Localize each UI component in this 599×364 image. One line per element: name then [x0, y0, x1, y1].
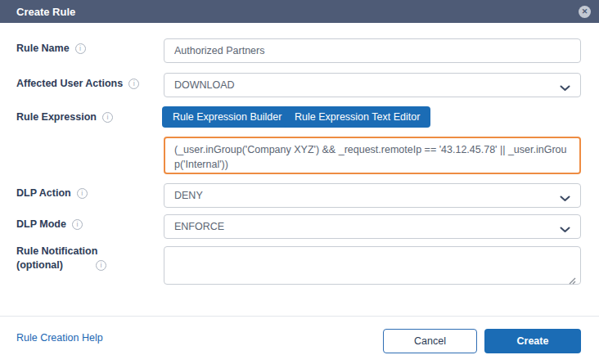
dlp-action-label-text: DLP Action	[16, 187, 71, 199]
create-rule-dialog: Create Rule ✕ Rule Name i Affected User …	[0, 0, 599, 364]
rule-name-input[interactable]	[164, 38, 581, 63]
affected-user-actions-value: DOWNLOAD	[174, 79, 235, 91]
create-button[interactable]: Create	[484, 329, 581, 353]
info-icon[interactable]: i	[128, 79, 139, 89]
rule-expression-label-text: Rule Expression	[16, 111, 97, 123]
dlp-action-value: DENY	[174, 190, 203, 201]
chevron-down-icon	[560, 193, 570, 204]
affected-user-actions-label-text: Affected User Actions	[16, 78, 123, 89]
rule-name-label-text: Rule Name	[16, 43, 70, 54]
rule-expression-builder-button[interactable]: Rule Expression Builder	[162, 106, 292, 128]
dlp-action-label: DLP Action i	[16, 187, 88, 199]
dlp-mode-label-text: DLP Mode	[16, 218, 66, 230]
dlp-action-select[interactable]: DENY	[164, 183, 581, 208]
chevron-down-icon	[560, 224, 570, 236]
dialog-header: Create Rule ✕	[0, 0, 599, 23]
dlp-mode-label: DLP Mode i	[16, 218, 83, 230]
close-icon[interactable]: ✕	[579, 6, 591, 18]
info-icon[interactable]: i	[75, 43, 86, 54]
footer-divider	[0, 316, 599, 317]
chevron-down-icon	[560, 83, 570, 94]
rule-notification-label-line2: (optional) i	[16, 259, 106, 271]
rule-notification-label-line1: Rule Notification	[16, 245, 97, 257]
info-icon[interactable]: i	[96, 260, 106, 271]
cancel-button[interactable]: Cancel	[383, 329, 477, 353]
info-icon[interactable]: i	[77, 188, 88, 199]
affected-user-actions-select[interactable]: DOWNLOAD	[164, 73, 581, 97]
rule-expression-textarea[interactable]: (_user.inGroup('Company XYZ') && _reques…	[164, 137, 581, 174]
info-icon[interactable]: i	[102, 112, 113, 123]
dialog-title: Create Rule	[16, 6, 75, 18]
info-icon[interactable]: i	[72, 219, 83, 230]
rule-expression-label: Rule Expression i	[16, 111, 113, 123]
affected-user-actions-label: Affected User Actions i	[16, 78, 139, 89]
rule-creation-help-link[interactable]: Rule Creation Help	[16, 332, 103, 344]
rule-name-label: Rule Name i	[16, 43, 86, 54]
rule-notification-textarea[interactable]	[164, 246, 581, 285]
rule-notification-optional-text: (optional)	[16, 259, 63, 271]
dlp-mode-value: ENFORCE	[174, 221, 224, 232]
dlp-mode-select[interactable]: ENFORCE	[164, 214, 581, 239]
rule-expression-text-editor-button[interactable]: Rule Expression Text Editor	[284, 106, 430, 128]
